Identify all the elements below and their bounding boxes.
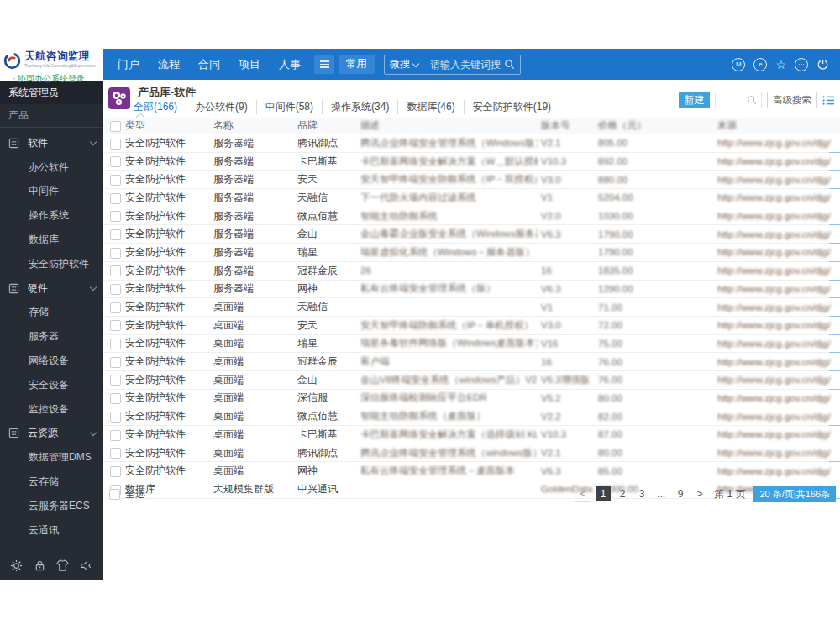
table-row[interactable]: 安全防护软件 桌面端 安天 安天智甲终端防御系统（IP－单机授权） V3.0 7… — [103, 317, 840, 335]
login-system-link[interactable]: · 协同办公系统登录 — [0, 73, 103, 85]
m-badge-icon[interactable]: M — [732, 58, 745, 71]
row-checkbox[interactable] — [110, 375, 121, 386]
sidebar-item[interactable]: 云通讯 — [0, 518, 103, 543]
table-row[interactable]: 安全防护软件 服务器端 金山 金山毒霸企业版安全系统（Windows服务器版本）… — [103, 225, 840, 244]
col-type[interactable]: 类型 — [122, 118, 210, 133]
row-checkbox[interactable] — [110, 393, 121, 404]
sound-speaker-icon[interactable] — [80, 559, 93, 572]
sidebar-item[interactable]: 云存储 — [0, 470, 103, 494]
lock-screen-icon[interactable] — [34, 559, 46, 572]
col-brand[interactable]: 品牌 — [294, 118, 357, 133]
table-row[interactable]: 安全防护软件 服务器端 冠群金辰 26 16 1835.00 http://ww… — [103, 262, 840, 281]
row-checkbox[interactable] — [110, 466, 121, 477]
page-number-button[interactable]: ... — [654, 486, 669, 501]
power-logout-icon[interactable] — [816, 58, 829, 71]
table-row[interactable]: 安全防护软件 桌面端 网神 私有云终端安全管理系统－桌面版本 V6.3 85.0… — [103, 462, 840, 480]
page-number-button[interactable]: 9 — [673, 486, 688, 501]
table-row[interactable]: 安全防护软件 桌面端 微点佰慧 智能主动防御系统（桌面版） V2.2 82.00… — [103, 407, 840, 426]
sidebar-section-product[interactable]: 产品 — [0, 104, 103, 128]
row-checkbox[interactable] — [110, 193, 121, 204]
table-row[interactable]: 安全防护软件 服务器端 天融信 下一代防火墙内容过滤系统 V1 5204.00 … — [103, 189, 840, 207]
row-checkbox[interactable] — [110, 229, 121, 240]
row-checkbox[interactable] — [110, 448, 121, 459]
table-row[interactable]: 安全防护软件 桌面端 天融信 V1 71.00 http://www.zjcg.… — [103, 298, 840, 317]
nav-item[interactable]: 人事 — [270, 57, 310, 72]
table-row[interactable]: 安全防护软件 桌面端 深信服 深信服终端检测响应平台EDR V5.2 80.00… — [103, 390, 840, 408]
header-checkbox[interactable] — [110, 121, 121, 132]
page-number-button[interactable]: 3 — [634, 486, 649, 501]
row-checkbox[interactable] — [110, 284, 121, 295]
search-scope-label[interactable]: 微搜 — [390, 57, 410, 71]
tab-item[interactable]: 操作系统(34) — [322, 100, 397, 114]
sidebar-item[interactable]: 办公软件 — [0, 155, 103, 180]
row-checkbox[interactable] — [110, 412, 121, 423]
table-row[interactable]: 安全防护软件 服务器端 微点佰慧 智能主动防御系统 V2.0 1030.00 h… — [103, 207, 840, 226]
tab-item[interactable]: 数据库(46) — [397, 100, 463, 114]
more-options-icon[interactable]: ··· — [795, 58, 808, 71]
new-button[interactable]: 新建 — [679, 92, 710, 108]
table-row[interactable]: 安全防护软件 桌面端 卡巴斯基 卡巴斯基网络安全解决方案（选择级别 KL48－K… — [103, 426, 840, 444]
row-checkbox[interactable] — [110, 248, 121, 259]
search-icon[interactable] — [504, 59, 515, 70]
tab-item[interactable]: 中间件(58) — [256, 100, 322, 114]
table-row[interactable]: 安全防护软件 服务器端 瑞星 瑞星虚拟化系统（Windows－服务器版） 179… — [103, 244, 840, 262]
row-checkbox[interactable] — [110, 211, 121, 222]
sidebar-item[interactable]: 存储 — [0, 301, 103, 325]
table-row[interactable]: 安全防护软件 桌面端 金山 金山V8终端安全系统（windows产品）V2.1版… — [103, 371, 840, 390]
nav-item[interactable]: 项目 — [229, 57, 270, 72]
row-checkbox[interactable] — [110, 339, 121, 349]
row-checkbox[interactable] — [110, 302, 121, 313]
table-row[interactable]: 安全防护软件 服务器端 安天 安天智甲终端安全防御系统（IP－双授权点数） V3… — [103, 171, 840, 189]
table-row[interactable]: 安全防护软件 服务器端 卡巴斯基 卡巴斯基网络安全解决方案（W＿默认授权 25节… — [103, 153, 840, 171]
search-icon[interactable] — [747, 95, 757, 105]
row-checkbox[interactable] — [110, 265, 121, 276]
sidebar-item[interactable]: 安全设备 — [0, 373, 103, 397]
page-size-button[interactable]: 20 条/页|共166条 — [753, 486, 836, 502]
tab-item[interactable]: 安全防护软件(19) — [464, 100, 559, 114]
select-all-checkbox[interactable] — [109, 489, 120, 500]
nav-item[interactable]: 流程 — [149, 57, 189, 72]
sidebar-item[interactable]: 操作系统 — [0, 203, 103, 228]
sidebar-item[interactable]: 服务器 — [0, 324, 103, 349]
message-icon[interactable]: e — [753, 58, 767, 71]
row-checkbox[interactable] — [110, 139, 121, 150]
table-row[interactable]: 安全防护软件 桌面端 瑞星 瑞星杀毒软件网络版（Windows桌面版本） V16… — [103, 335, 840, 354]
nav-item[interactable]: 合同 — [189, 57, 229, 72]
sidebar-item[interactable]: 硬件 — [0, 276, 103, 301]
sidebar-item[interactable]: 网络设备 — [0, 349, 103, 373]
col-version[interactable]: 版本号 — [538, 119, 595, 132]
prev-page-button[interactable]: < — [575, 486, 591, 502]
col-name[interactable]: 名称 — [210, 118, 294, 133]
search-input[interactable] — [428, 58, 504, 71]
page-number-button[interactable]: 2 — [615, 486, 630, 501]
row-checkbox[interactable] — [110, 320, 121, 331]
advanced-search-button[interactable]: 高级搜索 — [767, 92, 817, 108]
table-row[interactable]: 安全防护软件 桌面端 腾讯御点 腾讯企业终端安全管理系统（windows版）V2… — [103, 444, 840, 463]
col-source[interactable]: 来源 — [714, 119, 840, 132]
row-checkbox[interactable] — [110, 175, 121, 186]
list-view-toggle-icon[interactable] — [822, 95, 835, 106]
table-row[interactable]: 安全防护软件 服务器端 腾讯御点 腾讯企业终端安全管理系统（Windows版） … — [103, 134, 840, 153]
row-checkbox[interactable] — [110, 430, 121, 441]
settings-gear-icon[interactable] — [10, 559, 23, 572]
sidebar-item[interactable]: 软件 — [0, 131, 103, 155]
sidebar-item[interactable]: 云资源 — [0, 422, 103, 446]
col-price[interactable]: 价格（元） — [595, 119, 714, 132]
page-number-button[interactable]: 1 — [596, 486, 611, 501]
tab-item[interactable]: 办公软件(9) — [186, 100, 256, 114]
table-row[interactable]: 安全防护软件 桌面端 冠群金辰 客户端 16 76.00 http://www.… — [103, 353, 840, 371]
sidebar-item[interactable]: 监控设备 — [0, 397, 103, 422]
sidebar-item[interactable]: 云服务器ECS — [0, 494, 103, 518]
more-menus-button[interactable] — [314, 55, 334, 74]
sidebar-item[interactable]: 数据库 — [0, 228, 103, 252]
row-checkbox[interactable] — [110, 156, 121, 167]
tab-item[interactable]: 全部(166) — [125, 100, 186, 114]
row-checkbox[interactable] — [110, 357, 121, 368]
sidebar-item[interactable]: 安全防护软件 — [0, 252, 103, 276]
table-search-input[interactable] — [718, 94, 747, 106]
theme-shirt-icon[interactable] — [56, 559, 69, 572]
next-page-button[interactable]: > — [692, 486, 707, 501]
favorites-star-icon[interactable]: ☆ — [775, 59, 786, 71]
nav-item[interactable]: 门户 — [108, 57, 149, 72]
sidebar-item[interactable]: 数据管理DMS — [0, 445, 103, 470]
